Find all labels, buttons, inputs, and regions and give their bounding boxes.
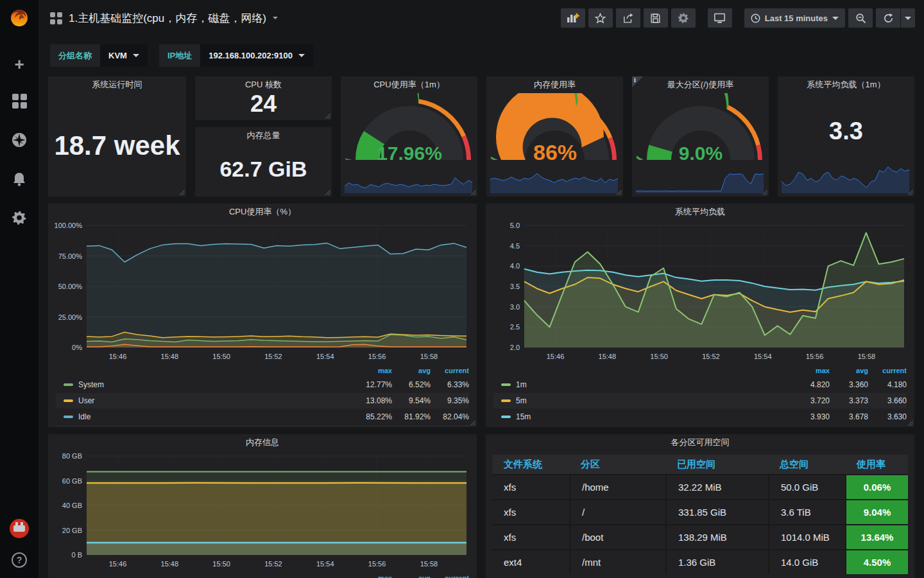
table-header-分区[interactable]: 分区 [569,459,665,471]
title-dropdown-caret[interactable] [273,17,278,19]
legend-col-current[interactable]: current [431,367,469,374]
panel-title[interactable]: 系统平均负载 [486,204,914,219]
resize-handle[interactable] [762,190,767,195]
time-range-picker[interactable]: Last 15 minutes [744,8,845,28]
table-cell: /home [569,475,665,499]
svg-text:15:52: 15:52 [702,353,720,360]
svg-text:15:48: 15:48 [161,560,179,568]
svg-text:15:52: 15:52 [264,560,282,568]
legend-value: 3.930 [791,412,830,421]
legend-col-max[interactable]: max [791,367,830,374]
filter-ip-address[interactable]: IP地址 192.168.100.202:9100 [159,44,313,67]
filter-ip-value[interactable]: 192.168.100.202:9100 [200,44,313,67]
legend-row-User[interactable]: User13.08%9.54%9.35% [56,393,469,408]
table-header-总空间[interactable]: 总空间 [768,459,845,471]
svg-text:15:52: 15:52 [264,353,282,360]
gauge-value-label: 17.96% [377,143,442,164]
table-header-使用率[interactable]: 使用率 [845,459,908,471]
legend-row-1m[interactable]: 1m4.8203.3604.180 [493,377,907,392]
add-panel-button[interactable] [561,8,585,28]
resize-handle[interactable] [470,421,475,426]
svg-text:50.00%: 50.00% [58,283,83,290]
legend-row-System[interactable]: System12.77%6.52%6.33% [56,377,469,392]
alerting-bell-icon[interactable] [12,171,27,187]
threshold-red [756,144,762,160]
svg-text:15:58: 15:58 [858,353,876,360]
resize-handle[interactable] [325,190,330,195]
panel-partitions-table: 各分区可用空间 文件系统分区已用空间总空间使用率xfs/home32.22 Mi… [486,434,914,578]
legend-col-avg[interactable]: avg [392,367,431,374]
filter-caret [298,54,305,57]
table-header-已用空间[interactable]: 已用空间 [665,459,768,471]
resize-handle[interactable] [908,190,913,195]
panel-title[interactable]: 内存使用率 [486,76,623,92]
panel-title[interactable]: 系统平均负载（1m） [778,76,914,92]
sidebar: + ? [0,0,38,578]
zoom-out-button[interactable] [848,8,873,28]
panel-title[interactable]: 内存信息 [48,434,477,450]
load-value: 3.3 [778,118,914,145]
save-button[interactable] [644,8,668,28]
usage-badge: 13.64% [845,525,908,549]
svg-text:20 GB: 20 GB [62,527,82,534]
panel-title[interactable]: 最大分区(/)使用率 [632,76,769,92]
gauge-sparkline [490,166,618,193]
info-icon: i [634,76,636,83]
share-button[interactable] [616,8,640,28]
refresh-interval-caret[interactable] [901,8,915,28]
filter-group-name[interactable]: 分组名称 KVM [50,44,148,67]
panel-cpu-gauge: CPU使用率（1m） 17.96% [341,76,477,197]
panel-title[interactable]: 内存总量 [195,127,332,143]
panel-title[interactable]: 系统运行时间 [48,76,186,92]
legend-col-avg[interactable]: avg [392,574,431,578]
series-area-line [87,543,466,555]
panel-title[interactable]: 各分区可用空间 [486,434,914,450]
table-cell: xfs [492,525,569,549]
legend-row-15m[interactable]: 15m3.9303.6783.630 [493,409,907,425]
panel-title[interactable]: CPU 核数 [195,76,332,92]
star-button[interactable] [588,8,613,28]
svg-text:15:56: 15:56 [368,353,386,360]
resize-handle[interactable] [325,114,330,119]
help-icon[interactable]: ? [12,552,27,568]
legend-col-current[interactable]: current [431,574,469,578]
legend-col-avg[interactable]: avg [830,367,868,374]
filter-ip-label: IP地址 [159,44,200,67]
svg-text:5.0: 5.0 [510,222,520,229]
table-cell: / [569,500,665,524]
refresh-button[interactable] [876,8,900,28]
filter-group-value[interactable]: KVM [100,44,148,67]
dashboards-icon[interactable] [12,94,27,109]
panel-memory-chart: 内存信息 15:4615:4815:5015:5215:5415:5615:58… [48,434,477,578]
user-avatar[interactable] [10,519,29,538]
settings-gear-button[interactable] [671,8,696,28]
legend-col-current[interactable]: current [868,367,907,374]
table-header-文件系统[interactable]: 文件系统 [492,459,569,471]
dashboard-title[interactable]: 1.主机基础监控(cpu，内存，磁盘，网络) [69,11,266,26]
configuration-gear-icon[interactable] [12,210,27,225]
table-row: xfs/boot138.29 MiB1014.0 MiB13.64% [492,524,908,549]
resize-handle[interactable] [180,190,185,195]
plus-icon[interactable]: + [14,58,24,71]
legend-row-5m[interactable]: 5m3.7203.3733.660 [493,393,907,408]
legend-value: 85.22% [354,412,392,421]
resize-handle[interactable] [617,190,622,195]
panel-title[interactable]: CPU使用率（%） [48,204,477,219]
legend-header: maxavgcurrent [56,364,469,377]
resize-handle[interactable] [908,421,913,426]
table-cell: /boot [569,525,665,549]
grafana-logo[interactable] [0,0,38,35]
legend-col-max[interactable]: max [354,574,392,578]
explore-compass-icon[interactable] [11,132,28,148]
legend-header: maxavgcurrent [56,572,469,578]
cycle-view-monitor-button[interactable] [708,8,732,28]
threshold-red [608,137,616,160]
svg-text:15:46: 15:46 [109,560,127,568]
legend-row-Iowait[interactable]: Iowait2.41%1.43%1.41% [56,425,469,427]
panel-title[interactable]: CPU使用率（1m） [341,76,477,92]
legend-row-Idle[interactable]: Idle85.22%81.92%82.04% [56,409,469,425]
legend-col-max[interactable]: max [354,367,392,374]
resize-handle[interactable] [471,190,476,195]
svg-text:25.00%: 25.00% [58,313,83,321]
legend-series-name: 15m [516,412,791,421]
